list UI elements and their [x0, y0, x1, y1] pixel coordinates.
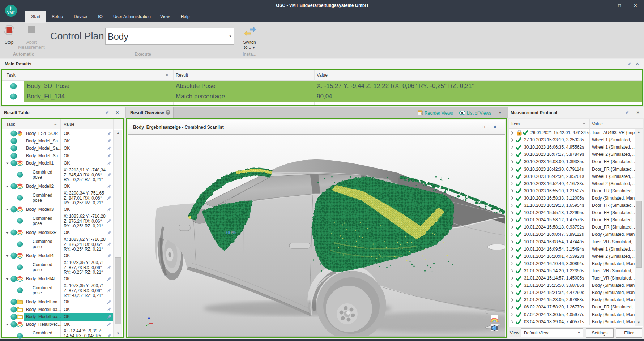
svg-text:100%: 100%: [223, 230, 236, 235]
